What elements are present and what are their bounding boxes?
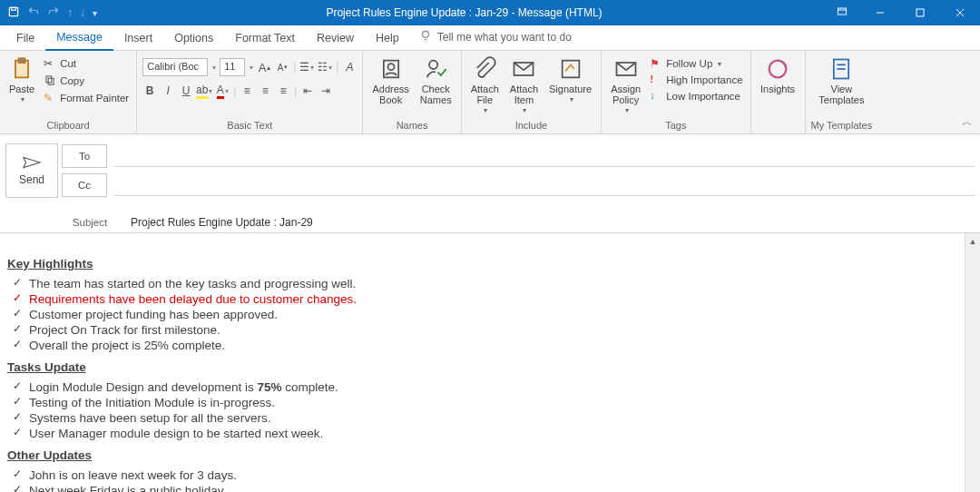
group-label-names: Names	[368, 119, 455, 133]
copy-icon	[44, 74, 56, 88]
group-tags: Assign Policy▾ ⚑Follow Up▾ !High Importa…	[602, 51, 750, 133]
paste-button[interactable]: Paste ▾	[5, 54, 38, 106]
cc-button[interactable]: Cc	[62, 173, 107, 197]
italic-button[interactable]: I	[161, 84, 175, 98]
check-names-button[interactable]: Check Names	[416, 54, 456, 107]
copy-label: Copy	[60, 75, 84, 86]
chevron-down-icon: ▾	[523, 107, 526, 115]
highlight-button[interactable]: ab▾	[197, 84, 211, 98]
svg-point-15	[429, 61, 437, 69]
checklist: The team has started on the key tasks an…	[7, 276, 973, 353]
signature-label: Signature	[549, 84, 592, 94]
to-button[interactable]: To	[62, 144, 107, 168]
cut-button[interactable]: ✂Cut	[42, 56, 131, 71]
save-icon[interactable]	[7, 5, 20, 21]
ribbon-display-icon[interactable]	[824, 6, 860, 20]
align-center-icon[interactable]: ≡	[258, 84, 272, 98]
tab-insert[interactable]: Insert	[113, 28, 163, 50]
redo-icon[interactable]	[47, 5, 60, 21]
svg-rect-1	[12, 7, 16, 10]
scroll-up-icon[interactable]: ▲	[965, 233, 980, 249]
numbering-icon[interactable]: ☷▾	[318, 60, 332, 74]
svg-rect-0	[9, 7, 17, 15]
tab-options[interactable]: Options	[163, 28, 224, 50]
tab-message[interactable]: Message	[45, 27, 113, 51]
group-clipboard: Paste ▾ ✂Cut Copy ✎Format Painter Clipbo…	[0, 51, 137, 133]
grow-font-icon[interactable]: A▴	[257, 60, 271, 74]
maximize-button[interactable]	[900, 0, 940, 25]
font-color-button[interactable]: A▾	[215, 84, 230, 98]
attach-item-button[interactable]: Attach Item▾	[506, 54, 542, 117]
checklist: John is on leave next week for 3 days.Ne…	[7, 467, 973, 492]
send-button[interactable]: Send	[5, 143, 58, 198]
bold-button[interactable]: B	[142, 84, 157, 98]
copy-button[interactable]: Copy	[42, 73, 131, 89]
svg-rect-10	[19, 58, 25, 63]
tab-format-text[interactable]: Format Text	[224, 28, 306, 50]
undo-icon[interactable]	[27, 5, 40, 21]
insights-label: Insights	[760, 84, 795, 94]
list-item: User Manager module design to be started…	[29, 426, 973, 441]
group-templates: View Templates My Templates	[806, 51, 878, 133]
tell-me[interactable]: Tell me what you want to do	[410, 25, 581, 50]
chevron-down-icon[interactable]: ▾	[212, 64, 216, 72]
high-importance-button[interactable]: !High Importance	[648, 73, 744, 87]
bullets-icon[interactable]: ☰▾	[299, 60, 314, 74]
subject-field[interactable]: Project Rules Engine Update : Jan-29	[131, 216, 313, 229]
cc-field[interactable]	[114, 174, 975, 196]
send-label: Send	[19, 173, 44, 186]
svg-rect-2	[838, 8, 847, 15]
view-templates-button[interactable]: View Templates	[815, 54, 867, 107]
up-icon[interactable]: ↑	[67, 6, 73, 19]
clear-formatting-icon[interactable]: A	[342, 60, 357, 74]
signature-button[interactable]: Signature▾	[545, 54, 595, 106]
cut-label: Cut	[60, 58, 76, 69]
chevron-down-icon: ▾	[21, 96, 24, 104]
group-label-templates: My Templates	[811, 119, 873, 133]
address-book-button[interactable]: Address Book	[368, 54, 412, 107]
svg-point-7	[422, 31, 428, 37]
tab-help[interactable]: Help	[365, 28, 410, 50]
shrink-font-icon[interactable]: A▾	[275, 60, 289, 74]
scissors-icon: ✂	[44, 57, 56, 70]
follow-up-button[interactable]: ⚑Follow Up▾	[648, 56, 744, 71]
font-size-input[interactable]: 11	[220, 58, 245, 76]
insights-button[interactable]: Insights	[757, 54, 799, 96]
collapse-ribbon-icon[interactable]: ︿	[962, 114, 973, 130]
group-insights: Insights	[751, 51, 806, 133]
low-importance-button[interactable]: ↓Low Importance	[648, 89, 744, 103]
chevron-down-icon[interactable]: ▾	[250, 64, 253, 72]
section-heading: Key Highlights	[7, 257, 973, 271]
group-label-include: Include	[467, 119, 595, 133]
minimize-button[interactable]	[860, 0, 900, 25]
group-include: Attach File▾ Attach Item▾ Signature▾ Inc…	[462, 51, 602, 133]
tab-review[interactable]: Review	[306, 28, 365, 50]
scrollbar[interactable]: ▲	[965, 233, 980, 492]
assign-policy-button[interactable]: Assign Policy▾	[607, 54, 644, 117]
attach-file-button[interactable]: Attach File▾	[467, 54, 503, 117]
indent-icon[interactable]: ⇥	[318, 84, 333, 98]
close-button[interactable]	[940, 0, 980, 25]
lightbulb-icon	[419, 29, 432, 44]
align-right-icon[interactable]: ≡	[276, 84, 290, 98]
align-left-icon[interactable]: ≡	[240, 84, 254, 98]
message-body-area[interactable]: Key Highlights The team has started on t…	[0, 233, 980, 492]
list-item: Requirements have been delayed due to cu…	[29, 291, 973, 307]
qat-customize-icon[interactable]: ▾	[93, 8, 97, 18]
format-painter-button[interactable]: ✎Format Painter	[42, 91, 131, 105]
compose-header: Send To Cc	[0, 134, 980, 205]
low-importance-icon: ↓	[650, 90, 662, 103]
high-importance-label: High Importance	[666, 74, 742, 85]
assign-policy-label: Assign Policy	[611, 84, 641, 105]
tab-file[interactable]: File	[5, 28, 45, 50]
attach-item-label: Attach Item	[510, 84, 538, 105]
to-field[interactable]	[114, 145, 975, 167]
list-item: Next week Friday is a public holiday.	[29, 483, 973, 492]
window-title: Project Rules Engine Update : Jan-29 - M…	[104, 6, 824, 19]
underline-button[interactable]: U	[179, 84, 193, 98]
font-name-input[interactable]: Calibri (Boc	[142, 58, 208, 76]
subject-row: Subject Project Rules Engine Update : Ja…	[0, 205, 980, 233]
outdent-icon[interactable]: ⇤	[300, 84, 315, 98]
down-icon[interactable]: ↓	[80, 6, 85, 19]
list-item: Project On Track for first milestone.	[29, 322, 973, 338]
